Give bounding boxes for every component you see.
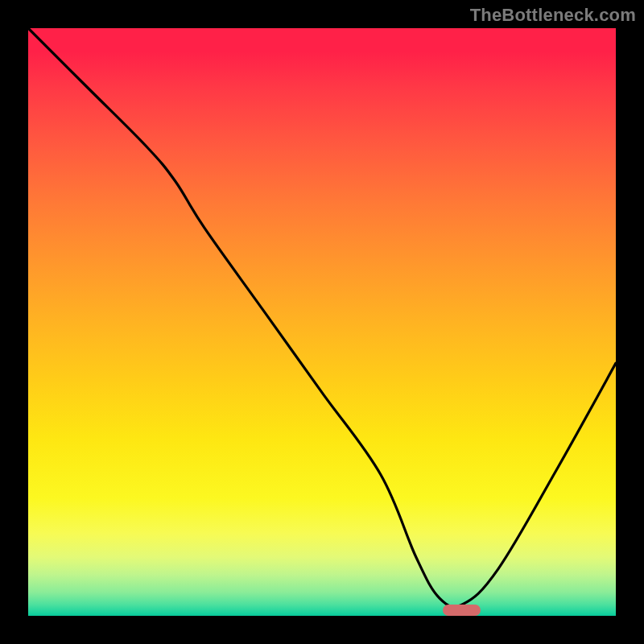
optimal-region-marker <box>443 605 481 616</box>
watermark-text: TheBottleneck.com <box>470 5 636 26</box>
chart-frame: TheBottleneck.com <box>0 0 644 644</box>
bottleneck-curve <box>28 28 616 616</box>
plot-area <box>28 28 616 616</box>
